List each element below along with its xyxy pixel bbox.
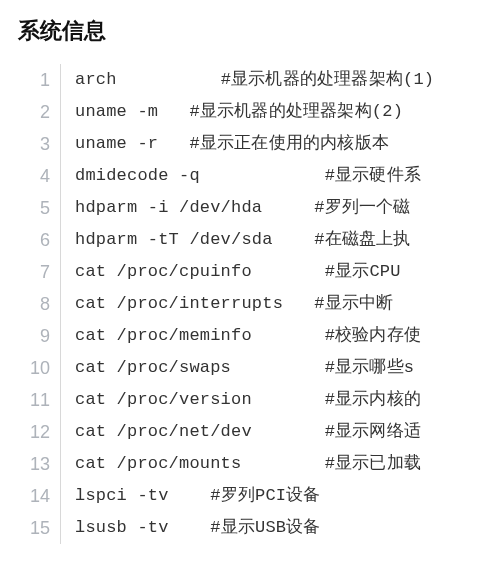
code-comment: #显示中断 [314,294,393,313]
gutter-col: 1 2 3 4 5 6 7 8 9 10 11 12 13 14 15 [16,64,60,544]
line-number: 3 [16,128,50,160]
code-col: arch #显示机器的处理器架构(1) uname -m #显示机器的处理器架构… [61,64,484,544]
code-comment: #校验内存使 [325,326,421,345]
line-number: 12 [16,416,50,448]
code-cmd: cat /proc/interrupts [75,294,283,313]
code-comment: #显示机器的处理器架构(2) [189,102,403,121]
code-comment: #显示机器的处理器架构(1) [221,70,435,89]
code-cmd: cat /proc/meminfo [75,326,252,345]
code-cmd: cat /proc/net/dev [75,422,252,441]
code-cmd: dmidecode -q [75,166,200,185]
line-number: 15 [16,512,50,544]
code-pad [252,390,325,409]
code-pad [252,326,325,345]
code-line: cat /proc/meminfo #校验内存使 [75,320,484,352]
line-number: 9 [16,320,50,352]
line-number: 13 [16,448,50,480]
code-line: lsusb -tv #显示USB设备 [75,512,484,544]
code-line: cat /proc/version #显示内核的 [75,384,484,416]
line-number: 1 [16,64,50,96]
code-cmd: lsusb -tv [75,518,169,537]
code-comment: #显示哪些s [325,358,415,377]
code-pad [273,230,315,249]
line-number: 4 [16,160,50,192]
code-pad [158,102,189,121]
code-cmd: lspci -tv [75,486,169,505]
code-cmd: uname -m [75,102,158,121]
code-pad [200,166,325,185]
code-pad [231,358,325,377]
code-pad [252,422,325,441]
code-comment: #显示网络适 [325,422,421,441]
code-comment: #显示CPU [325,262,411,281]
line-number: 5 [16,192,50,224]
code-comment: #在磁盘上执 [314,230,410,249]
code-line: cat /proc/swaps #显示哪些s [75,352,484,384]
line-number: 7 [16,256,50,288]
code-line: arch #显示机器的处理器架构(1) [75,64,484,96]
code-line: uname -r #显示正在使用的内核版本 [75,128,484,160]
code-line: uname -m #显示机器的处理器架构(2) [75,96,484,128]
line-number: 10 [16,352,50,384]
code-pad [262,198,314,217]
line-number: 11 [16,384,50,416]
code-cmd: cat /proc/swaps [75,358,231,377]
code-cmd: hdparm -i /dev/hda [75,198,262,217]
code-comment: #显示已加载 [325,454,421,473]
code-line: cat /proc/interrupts #显示中断 [75,288,484,320]
code-line: hdparm -tT /dev/sda #在磁盘上执 [75,224,484,256]
code-pad [169,518,211,537]
code-cmd: cat /proc/cpuinfo [75,262,252,281]
section-title: 系统信息 [18,16,484,46]
line-number: 14 [16,480,50,512]
line-number: 6 [16,224,50,256]
code-line: lspci -tv #罗列PCI设备 [75,480,484,512]
code-pad [252,262,325,281]
code-comment: #罗列PCI设备 [210,486,320,505]
code-comment: #显示硬件系 [325,166,421,185]
code-cmd: hdparm -tT /dev/sda [75,230,273,249]
code-pad [117,70,221,89]
code-line: hdparm -i /dev/hda #罗列一个磁 [75,192,484,224]
code-line: cat /proc/mounts #显示已加载 [75,448,484,480]
code-comment: #显示USB设备 [210,518,320,537]
code-line: cat /proc/net/dev #显示网络适 [75,416,484,448]
code-cmd: cat /proc/mounts [75,454,241,473]
code-comment: #罗列一个磁 [314,198,410,217]
code-cmd: uname -r [75,134,158,153]
code-pad [241,454,324,473]
code-comment: #显示正在使用的内核版本 [189,134,389,153]
code-pad [283,294,314,313]
code-line: dmidecode -q #显示硬件系 [75,160,484,192]
code-comment: #显示内核的 [325,390,421,409]
code-cmd: cat /proc/version [75,390,252,409]
line-number: 2 [16,96,50,128]
code-block: 1 2 3 4 5 6 7 8 9 10 11 12 13 14 15 arch… [16,64,484,544]
code-pad [158,134,189,153]
code-line: cat /proc/cpuinfo #显示CPU [75,256,484,288]
code-pad [169,486,211,505]
code-cmd: arch [75,70,117,89]
line-number: 8 [16,288,50,320]
